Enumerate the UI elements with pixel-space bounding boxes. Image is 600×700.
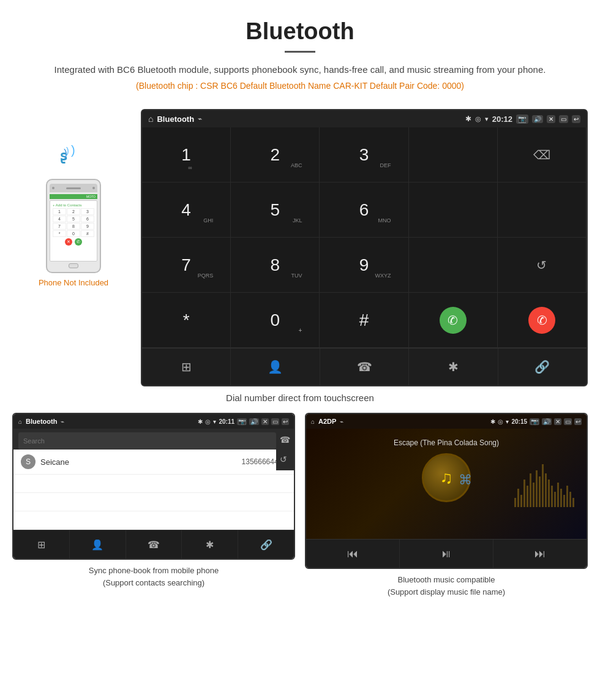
volume-icon[interactable]: 🔊 xyxy=(532,115,543,123)
screen-title: Bluetooth xyxy=(157,115,194,124)
toolbar-grid-btn[interactable]: ⊞ xyxy=(142,348,231,385)
phone-key-1: 1 xyxy=(53,208,66,215)
dial-key-hash[interactable]: # xyxy=(320,293,408,348)
music-toolbar: ⏮ ⏯ ⏭ xyxy=(306,539,587,568)
dial-key-5[interactable]: 5 JKL xyxy=(231,183,320,238)
screen-toolbar: ⊞ 👤 ☎ ✱ 🔗 xyxy=(142,348,587,385)
dial-key-6[interactable]: 6 MNO xyxy=(320,183,408,238)
vis-bar-5 xyxy=(527,486,528,507)
music-close-icon: ✕ xyxy=(554,418,561,425)
pb-bt-icon: ✱ xyxy=(198,418,203,425)
pb-contact-row[interactable]: S Seicane 13566664466 xyxy=(13,450,294,475)
phonebook-caption: Sync phone-book from mobile phone(Suppor… xyxy=(12,565,295,589)
pb-side-reload-icon[interactable]: ↺ xyxy=(280,454,290,464)
dial-key-8[interactable]: 8 TUV xyxy=(231,238,320,293)
phone-dot-2 xyxy=(92,187,95,189)
music-home-icon[interactable]: ⌂ xyxy=(311,418,315,425)
header-specs: (Bluetooth chip : CSR BC6 Default Blueto… xyxy=(37,81,563,91)
phone-home-button-area xyxy=(50,263,97,268)
vis-bar-10 xyxy=(542,464,544,507)
dial-key-9[interactable]: 9 WXYZ xyxy=(320,238,408,293)
pb-tb-grid[interactable]: ⊞ xyxy=(13,530,70,559)
music-loc-icon: ◎ xyxy=(498,418,503,425)
pb-empty-row-2 xyxy=(13,493,294,511)
usb-icon: ⌁ xyxy=(198,115,202,123)
pb-side-icons: ☎ ↺ xyxy=(276,429,294,470)
dial-key-0[interactable]: 0 + xyxy=(231,293,320,348)
dial-key-2[interactable]: 2 ABC xyxy=(231,127,320,183)
pb-time: 20:11 xyxy=(219,418,234,425)
call-red-icon[interactable]: ✆ xyxy=(528,307,555,334)
phone-call: ✆ xyxy=(75,238,82,246)
camera-icon[interactable]: 📷 xyxy=(516,115,528,124)
music-back-icon: ↩ xyxy=(574,418,582,425)
music-playpause-btn[interactable]: ⏯ xyxy=(400,540,493,568)
pb-back-icon: ↩ xyxy=(282,418,289,425)
phone-top-bar xyxy=(50,184,97,192)
music-next-btn[interactable]: ⏭ xyxy=(493,540,587,568)
dial-caption: Dial number direct from touchscreen xyxy=(0,393,600,403)
pb-status-bar: ⌂ Bluetooth ⌁ ✱ ◎ ▾ 20:11 📷 🔊 ✕ ▭ ↩ xyxy=(13,414,294,429)
vis-bar-7 xyxy=(533,483,534,507)
vis-bar-8 xyxy=(536,470,538,507)
song-title: Escape (The Pina Colada Song) xyxy=(394,438,499,447)
phonebook-item: ⌂ Bluetooth ⌁ ✱ ◎ ▾ 20:11 📷 🔊 ✕ ▭ ↩ xyxy=(12,413,295,598)
screen-icon[interactable]: ▭ xyxy=(559,115,568,123)
home-icon[interactable]: ⌂ xyxy=(148,114,153,124)
dial-key-4[interactable]: 4 GHI xyxy=(142,183,231,238)
wifi-icon: ▾ xyxy=(485,115,489,123)
pb-tb-bluetooth[interactable]: ✱ xyxy=(182,530,238,559)
vis-bar-4 xyxy=(523,480,525,507)
pb-tb-phone[interactable]: ☎ xyxy=(126,530,182,559)
phone-speaker xyxy=(66,187,81,189)
dial-key-1[interactable]: 1 ∞ xyxy=(142,127,231,183)
music-wifi-icon: ▾ xyxy=(506,418,509,425)
phone-body: MOTO + Add to Contacts 1 2 3 4 5 6 7 8 9… xyxy=(46,179,101,273)
vis-bar-13 xyxy=(551,486,553,507)
dial-reload[interactable]: ↺ xyxy=(498,238,587,293)
dial-call-green-btn[interactable]: ✆ xyxy=(409,293,498,348)
phone-key-4: 4 xyxy=(53,216,66,222)
phone-mockup-area: ) ) ʂ ) MOTO + Add to Contacts 1 2 3 4 xyxy=(12,109,135,287)
back-icon[interactable]: ↩ xyxy=(572,115,580,123)
close-icon[interactable]: ✕ xyxy=(547,115,555,123)
dial-backspace[interactable]: ⌫ xyxy=(498,127,587,183)
music-item: ⌂ A2DP ⌁ ✱ ◎ ▾ 20:15 📷 🔊 ✕ ▭ ↩ Escape (T… xyxy=(305,413,588,598)
toolbar-bluetooth-btn[interactable]: ✱ xyxy=(409,348,498,385)
vis-bar-12 xyxy=(548,480,550,507)
vis-bar-11 xyxy=(545,473,547,507)
pb-wifi-icon: ▾ xyxy=(213,418,216,425)
music-bt-icon: ✱ xyxy=(490,418,495,425)
pb-contacts-list: S Seicane 13566664466 xyxy=(13,450,294,530)
dial-call-red-btn[interactable]: ✆ xyxy=(498,293,587,348)
add-contacts-label: + Add to Contacts xyxy=(53,203,94,207)
pb-vol-icon: 🔊 xyxy=(249,418,259,425)
pb-tb-contacts[interactable]: 👤 xyxy=(70,530,126,559)
dial-key-3[interactable]: 3 DEF xyxy=(320,127,408,183)
location-icon: ◎ xyxy=(475,115,481,123)
toolbar-contacts-btn[interactable]: 👤 xyxy=(231,348,320,385)
call-green-icon[interactable]: ✆ xyxy=(440,307,467,334)
dial-key-7[interactable]: 7 PQRS xyxy=(142,238,231,293)
pb-usb-icon: ⌁ xyxy=(61,418,64,425)
status-left: ⌂ Bluetooth ⌁ xyxy=(148,114,202,124)
pb-search-input[interactable] xyxy=(18,432,276,450)
music-status-right: ✱ ◎ ▾ 20:15 📷 🔊 ✕ ▭ ↩ xyxy=(490,418,582,425)
pb-tb-link[interactable]: 🔗 xyxy=(238,530,294,559)
toolbar-phone-btn[interactable]: ☎ xyxy=(320,348,409,385)
phone-key-hash: # xyxy=(81,230,94,237)
pb-side-phone-icon[interactable]: ☎ xyxy=(280,435,290,445)
pb-home-icon[interactable]: ⌂ xyxy=(18,418,22,425)
toolbar-link-btn[interactable]: 🔗 xyxy=(498,348,587,385)
phonebook-screen: ⌂ Bluetooth ⌁ ✱ ◎ ▾ 20:11 📷 🔊 ✕ ▭ ↩ xyxy=(12,413,295,560)
pb-empty-row-3 xyxy=(13,511,294,530)
music-prev-btn[interactable]: ⏮ xyxy=(306,540,400,568)
music-time: 20:15 xyxy=(511,418,527,425)
car-screen: ⌂ Bluetooth ⌁ ✱ ◎ ▾ 20:12 📷 🔊 ✕ ▭ ↩ xyxy=(141,109,588,386)
dial-key-star[interactable]: * xyxy=(142,293,231,348)
phone-key-3: 3 xyxy=(81,208,94,215)
music-visualizer xyxy=(514,458,574,507)
header-description: Integrated with BC6 Bluetooth module, su… xyxy=(37,62,563,77)
phone-key-5: 5 xyxy=(67,216,80,222)
page-title: Bluetooth xyxy=(37,18,563,45)
